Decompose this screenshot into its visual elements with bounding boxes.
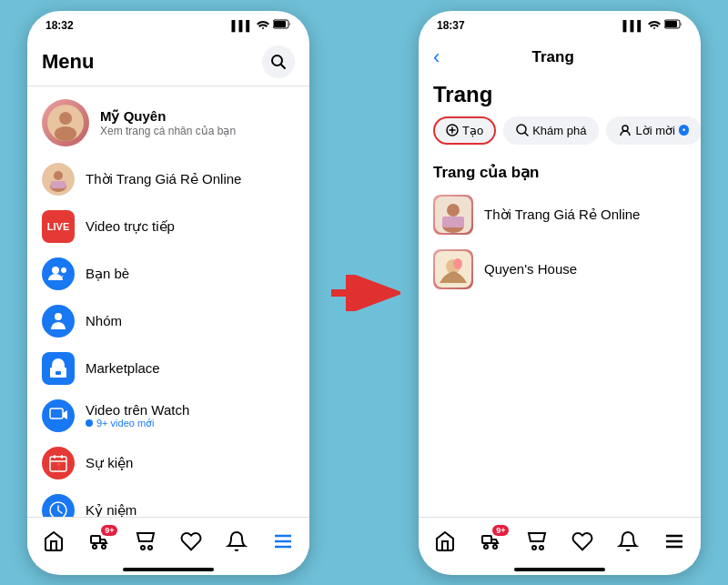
svg-point-27 (148, 546, 152, 550)
left-nav-heart[interactable] (169, 521, 213, 561)
left-home-indicator (123, 568, 214, 571)
menu-item-thoi-trang[interactable]: Thời Trang Giá Rẻ Online (27, 156, 309, 203)
right-home-indicator (514, 568, 605, 571)
left-status-bar: 18:32 ▌▌▌ (27, 11, 309, 36)
page-avatar-thoi-trang (433, 195, 473, 235)
search-button[interactable] (262, 45, 295, 78)
svg-rect-14 (56, 371, 61, 375)
svg-point-5 (55, 126, 76, 141)
page-name-quyens-house: Quyen's House (484, 261, 577, 277)
battery-icon (273, 19, 291, 31)
page-item-thoi-trang[interactable]: Thời Trang Giá Rẻ Online (419, 187, 701, 242)
watch-icon (42, 399, 75, 432)
video-watch-info: Video trên Watch 9+ video mới (86, 402, 189, 429)
video-truc-tiep-label: Video trực tiếp (86, 218, 175, 235)
svg-rect-45 (482, 536, 491, 543)
ban-be-label: Bạn bè (86, 266, 129, 282)
svg-rect-17 (54, 455, 56, 459)
left-phone: 18:32 ▌▌▌ Menu (27, 11, 309, 575)
profile-avatar (42, 99, 89, 146)
main-container: 18:32 ▌▌▌ Menu (0, 0, 728, 585)
groups-icon (42, 305, 75, 338)
right-status-icons: ▌▌▌ (623, 19, 682, 31)
left-nav-notifications[interactable]: 9+ (77, 521, 121, 561)
svg-rect-18 (61, 455, 63, 459)
svg-point-44 (453, 258, 462, 269)
right-nav-notifications[interactable]: 9+ (469, 521, 512, 561)
signal-icon: ▌▌▌ (232, 20, 253, 31)
loi-moi-badge: • (679, 125, 689, 136)
page-avatar-quyens-house (433, 249, 473, 289)
video-watch-sub: 9+ video mới (86, 418, 189, 429)
tab-tao[interactable]: ⊕ Tạo Tạo (433, 116, 496, 145)
arrow-container (309, 275, 419, 311)
left-nav-home[interactable] (32, 521, 76, 561)
right-battery-icon (664, 19, 682, 31)
profile-row[interactable]: Mỹ Quyên Xem trang cá nhân của bạn (27, 90, 309, 156)
svg-point-48 (532, 546, 536, 550)
page-name-thoi-trang: Thời Trang Giá Rẻ Online (484, 207, 640, 223)
menu-item-ky-niem[interactable]: Kỷ niệm (27, 487, 309, 517)
right-bottom-nav: 9+ (419, 517, 701, 566)
trang-page-title: Trang (419, 76, 701, 116)
right-nav-heart[interactable] (561, 521, 604, 561)
thoi-trang-icon (42, 163, 75, 196)
svg-point-10 (52, 267, 59, 274)
video-watch-label: Video trên Watch (86, 402, 189, 418)
right-nav-home[interactable] (423, 521, 467, 561)
page-item-quyens-house[interactable]: Quyen's House (419, 242, 701, 297)
right-wifi-icon (648, 19, 661, 31)
menu-item-su-kien[interactable]: 📍 Sự kiện (27, 439, 309, 487)
right-nav-menu[interactable] (652, 521, 696, 561)
nhom-label: Nhóm (86, 313, 122, 328)
section-title: Trang của bạn (419, 156, 701, 187)
menu-list: Mỹ Quyên Xem trang cá nhân của bạn (27, 86, 309, 517)
menu-item-ban-be[interactable]: Bạn bè (27, 250, 309, 298)
left-nav-store[interactable] (124, 521, 167, 561)
svg-rect-15 (50, 408, 63, 419)
svg-point-12 (55, 313, 62, 320)
marketplace-label: Marketplace (86, 360, 160, 376)
profile-sub: Xem trang cá nhân của bạn (100, 125, 236, 137)
events-icon: 📍 (42, 447, 75, 479)
right-nav-bell[interactable] (606, 521, 650, 561)
menu-item-video-truc-tiep[interactable]: LIVE Video trực tiếp (27, 203, 309, 250)
left-nav-menu[interactable] (261, 521, 305, 561)
thoi-trang-label: Thời Trang Giá Rẻ Online (86, 171, 241, 187)
back-button[interactable]: ‹ (433, 45, 440, 69)
right-nav-badge: 9+ (492, 525, 509, 536)
right-phone: 18:37 ▌▌▌ ‹ Trang Trang (419, 11, 701, 575)
left-time: 18:32 (46, 19, 74, 32)
marketplace-icon (42, 352, 75, 385)
svg-point-4 (59, 112, 72, 125)
svg-rect-1 (274, 21, 286, 27)
svg-point-26 (141, 546, 145, 550)
menu-item-video-watch[interactable]: Video trên Watch 9+ video mới (27, 392, 309, 439)
menu-item-nhom[interactable]: Nhóm (27, 298, 309, 345)
svg-text:📍: 📍 (55, 462, 64, 471)
svg-point-47 (493, 545, 497, 549)
right-nav-store[interactable] (515, 521, 559, 561)
menu-item-marketplace[interactable]: Marketplace (27, 345, 309, 392)
left-nav-bell[interactable] (215, 521, 258, 561)
svg-point-24 (93, 545, 96, 549)
friends-icon (42, 257, 75, 290)
svg-point-7 (54, 171, 63, 180)
svg-point-46 (484, 545, 488, 549)
svg-rect-9 (51, 181, 66, 188)
dot-badge (86, 419, 93, 427)
memories-icon (42, 494, 75, 517)
trang-header: ‹ Trang (419, 36, 701, 76)
tab-kham-pha[interactable]: Khám phá (503, 116, 599, 145)
right-screen: ‹ Trang Trang ⊕ Tạo Tạo Khám phá Lời m (419, 36, 701, 575)
svg-point-11 (61, 267, 66, 273)
su-kien-label: Sự kiện (86, 455, 133, 471)
wifi-icon (257, 19, 269, 31)
tab-row: ⊕ Tạo Tạo Khám phá Lời mời • Tr... (419, 116, 701, 156)
right-signal-icon: ▌▌▌ (623, 20, 644, 31)
tab-loi-moi[interactable]: Lời mời • (606, 116, 701, 145)
ky-niem-label: Kỷ niệm (86, 502, 136, 517)
left-bottom-nav: 9+ (27, 517, 309, 566)
svg-rect-23 (91, 536, 100, 543)
menu-header: Menu (27, 36, 309, 86)
